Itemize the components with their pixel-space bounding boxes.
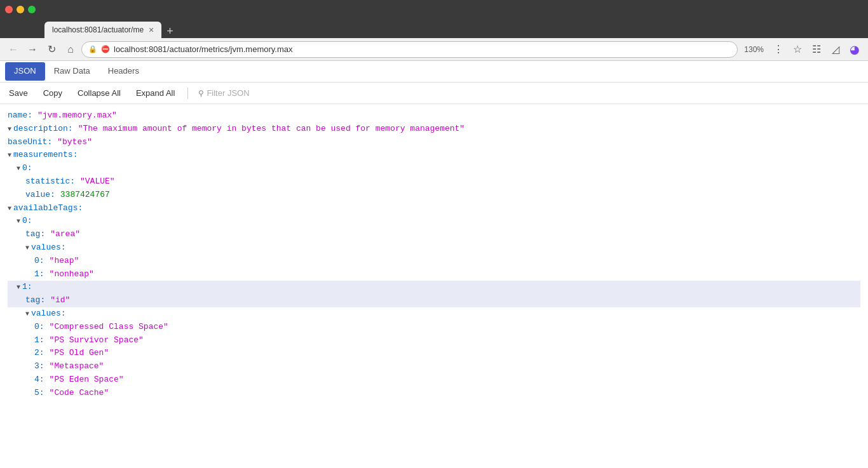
tags-1-values-arrow[interactable]: ▼ (25, 309, 29, 319)
tags-1-values-key: values: (31, 307, 66, 321)
back-button[interactable]: ← (5, 41, 22, 58)
tags-1-val-1-val: "PS Survivor Space" (50, 334, 144, 347)
tags-1-val-0-key: 0: (34, 321, 44, 334)
save-button[interactable]: Save (6, 87, 31, 99)
close-button[interactable] (5, 6, 13, 13)
tags-1-tag-val: "id" (50, 294, 70, 307)
zoom-level: 130% (740, 45, 768, 54)
json-tags-0-line: ▼ 0: (8, 215, 860, 228)
json-meas-value-line: value: 3387424767 (8, 189, 860, 202)
json-measurements-line: ▼ measurements: (8, 149, 860, 162)
json-tags-0-val-1-line: 1: "nonheap" (8, 268, 860, 281)
json-description-line: ▼ description: "The maximum amount of me… (8, 123, 860, 136)
nav-right: 130% ⋮ ☆ ☷ ◿ ◕ (740, 41, 863, 58)
json-meas-statistic-line: statistic: "VALUE" (8, 175, 860, 189)
menu-button[interactable]: ⋮ (770, 41, 787, 58)
minimize-button[interactable] (17, 6, 24, 13)
meas-0-key: 0: (22, 162, 32, 175)
json-tags-1-values-line: ▼ values: (8, 307, 860, 321)
availabletags-key: availableTags: (13, 202, 83, 215)
description-arrow[interactable]: ▼ (8, 124, 11, 135)
name-key: name: (8, 109, 32, 123)
tags-0-values-key: values: (31, 241, 66, 255)
name-val: "jvm.memory.max" (37, 109, 117, 123)
tags-0-values-arrow[interactable]: ▼ (25, 243, 29, 253)
tags-1-val-1-key: 1: (34, 334, 44, 347)
description-key: description: (13, 123, 73, 136)
tags-1-val-3-key: 3: (34, 360, 44, 373)
toolbar-separator (187, 88, 188, 99)
collapse-all-button[interactable]: Collapse All (75, 87, 123, 99)
json-tags-1-line: ▼ 1: (8, 281, 860, 294)
json-meas-0-line: ▼ 0: (8, 162, 860, 175)
toolbar: Save Copy Collapse All Expand All ⚲ Filt… (0, 83, 868, 104)
new-tab-button[interactable]: + (161, 25, 179, 38)
tab-json[interactable]: JSON (5, 62, 45, 81)
json-tags-1-val-0-line: 0: "Compressed Class Space" (8, 321, 860, 334)
reload-button[interactable]: ↻ (43, 41, 60, 58)
tags-0-tag-val: "area" (50, 228, 80, 241)
tags-1-val-3-val: "Metaspace" (50, 360, 104, 373)
baseunit-key: baseUnit: (8, 136, 52, 149)
pip-button[interactable]: ◿ (827, 41, 844, 58)
meas-statistic-val: "VALUE" (80, 175, 115, 189)
baseunit-val: "bytes" (57, 136, 92, 149)
tags-0-val-1-key: 1: (34, 268, 44, 281)
measurements-key: measurements: (13, 149, 78, 162)
json-tags-1-val-1-line: 1: "PS Survivor Space" (8, 334, 860, 347)
maximize-button[interactable] (28, 6, 36, 13)
browser-tab[interactable]: localhost:8081/actuator/me × (44, 22, 161, 38)
tab-headers[interactable]: Headers (99, 62, 148, 81)
forward-button[interactable]: → (24, 41, 41, 58)
tags-1-arrow[interactable]: ▼ (17, 283, 20, 293)
navbar: ← → ↻ ⌂ 🔒 ⛔ localhost:8081/actuator/metr… (0, 38, 868, 61)
tags-1-val-5-key: 5: (34, 387, 44, 400)
json-availabletags-line: ▼ availableTags: (8, 202, 860, 215)
tracking-icon: ⛔ (101, 45, 110, 53)
title-bar (0, 0, 868, 19)
tags-1-val-2-val: "PS Old Gen" (50, 347, 109, 360)
filter-area: ⚲ Filter JSON (198, 88, 249, 98)
home-button[interactable]: ⌂ (62, 41, 79, 58)
expand-all-button[interactable]: Expand All (133, 87, 177, 99)
traffic-lights (5, 6, 36, 13)
tags-1-val-2-key: 2: (34, 347, 44, 360)
json-tags-0-values-line: ▼ values: (8, 241, 860, 255)
tab-close-icon[interactable]: × (149, 25, 154, 35)
meas-value-val: 3387424767 (60, 189, 110, 202)
measurements-arrow[interactable]: ▼ (8, 150, 11, 161)
tags-0-tag-key: tag: (25, 228, 45, 241)
url-text: localhost:8081/actuator/metrics/jvm.memo… (114, 44, 293, 54)
json-tags-1-tag-line: tag: "id" (8, 294, 860, 307)
meas-0-arrow[interactable]: ▼ (17, 164, 20, 174)
filter-icon: ⚲ (198, 89, 204, 98)
bookmark-button[interactable]: ☆ (789, 41, 806, 58)
meas-statistic-key: statistic: (25, 175, 75, 189)
tags-0-key: 0: (22, 215, 32, 228)
json-tags-1-val-3-line: 3: "Metaspace" (8, 360, 860, 373)
address-bar[interactable]: 🔒 ⛔ localhost:8081/actuator/metrics/jvm.… (81, 41, 738, 58)
tags-1-val-5-val: "Code Cache" (50, 387, 109, 400)
availabletags-arrow[interactable]: ▼ (8, 204, 11, 214)
tags-1-val-4-key: 4: (34, 373, 44, 387)
tags-1-key: 1: (22, 281, 32, 294)
tab-title: localhost:8081/actuator/me (52, 25, 144, 34)
reader-mode-button[interactable]: ☷ (808, 41, 825, 58)
json-tags-1-val-5-line: 5: "Code Cache" (8, 387, 860, 400)
json-tags-0-tag-line: tag: "area" (8, 228, 860, 241)
tags-0-val-1-val: "nonheap" (50, 268, 94, 281)
sync-button[interactable]: ◕ (846, 41, 863, 58)
tags-0-val-0-val: "heap" (50, 255, 79, 268)
json-content: name: "jvm.memory.max" ▼ description: "T… (0, 104, 868, 468)
copy-button[interactable]: Copy (41, 87, 65, 99)
meas-value-key: value: (25, 189, 55, 202)
tags-0-arrow[interactable]: ▼ (17, 217, 20, 227)
json-tags-1-val-4-line: 4: "PS Eden Space" (8, 373, 860, 387)
tags-1-val-4-val: "PS Eden Space" (50, 373, 124, 387)
json-baseunit-line: baseUnit: "bytes" (8, 136, 860, 149)
tags-0-val-0-key: 0: (34, 255, 44, 268)
tab-raw-data[interactable]: Raw Data (45, 62, 99, 81)
view-tabs: JSON Raw Data Headers (0, 61, 868, 83)
filter-label[interactable]: Filter JSON (207, 88, 249, 98)
json-tags-0-val-0-line: 0: "heap" (8, 255, 860, 268)
